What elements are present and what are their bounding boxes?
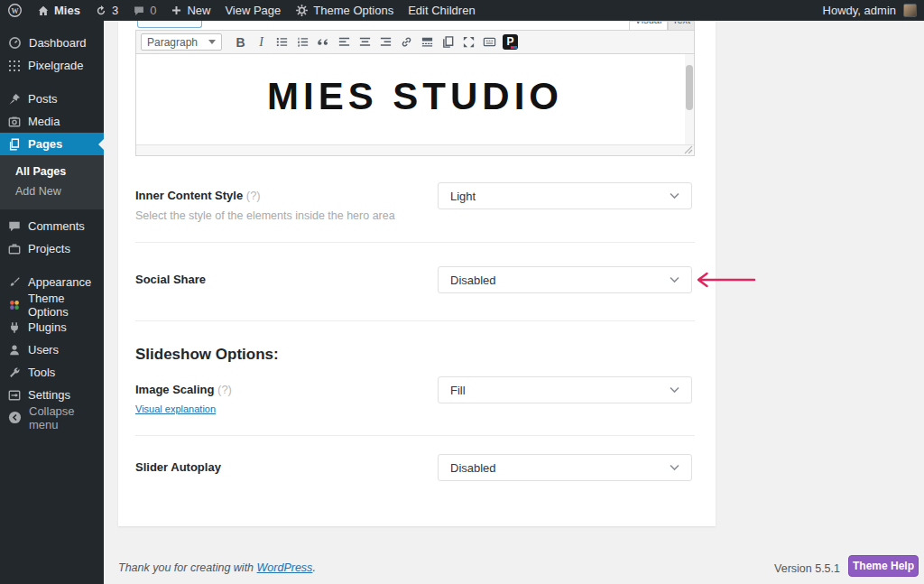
align-center-button[interactable] bbox=[356, 33, 374, 51]
annotation-arrow-icon bbox=[694, 271, 757, 289]
sidebar-item-dashboard[interactable]: Dashboard bbox=[0, 32, 104, 54]
avatar[interactable] bbox=[903, 4, 917, 17]
editor-scrollbar[interactable] bbox=[685, 54, 694, 144]
section-divider bbox=[135, 320, 695, 321]
plus-icon bbox=[171, 5, 182, 16]
italic-button[interactable]: I bbox=[252, 33, 271, 51]
sidebar-item-tools[interactable]: Tools bbox=[0, 361, 104, 384]
site-name-label: Mies bbox=[54, 4, 80, 17]
page-editor-panel: Visual Text Paragraph B I P MIES STUDIO bbox=[118, 21, 716, 526]
view-page-label: View Page bbox=[225, 4, 281, 17]
edit-children-menu[interactable]: Edit Children bbox=[401, 0, 482, 21]
chevron-down-icon bbox=[670, 464, 679, 471]
pages-submenu: All Pages Add New bbox=[0, 155, 104, 209]
wordpress-logo-icon: W bbox=[7, 3, 23, 18]
visual-explanation-link[interactable]: Visual explanation bbox=[135, 403, 216, 414]
pixelgrade-shortcodes-button[interactable]: P bbox=[501, 33, 520, 51]
brush-icon bbox=[8, 276, 21, 289]
section-divider bbox=[135, 242, 695, 243]
theme-options-menu[interactable]: Theme Options bbox=[288, 0, 401, 21]
tab-visual[interactable]: Visual bbox=[629, 21, 668, 30]
inner-content-style-description: Select the style of the elements inside … bbox=[135, 209, 395, 222]
insert-link-button[interactable] bbox=[397, 33, 416, 51]
wrench-icon bbox=[8, 366, 21, 379]
gear-icon bbox=[295, 4, 309, 17]
image-scaling-select[interactable]: Fill bbox=[438, 376, 692, 403]
svg-text:W: W bbox=[11, 7, 18, 15]
section-divider bbox=[135, 435, 695, 436]
theme-options-label: Theme Options bbox=[313, 4, 393, 17]
inner-content-style-label: Inner Content Style (?) bbox=[135, 189, 261, 202]
active-menu-notch bbox=[98, 139, 104, 150]
chevron-down-icon bbox=[670, 192, 679, 199]
sidebar-item-settings[interactable]: Settings bbox=[0, 384, 104, 406]
social-share-select[interactable]: Disabled bbox=[438, 266, 692, 293]
theme-help-button[interactable]: Theme Help bbox=[848, 555, 919, 577]
updates-icon bbox=[95, 5, 107, 17]
bullet-list-button[interactable] bbox=[273, 33, 291, 51]
footer-version: Version 5.5.1 bbox=[774, 562, 840, 575]
align-left-button[interactable] bbox=[335, 33, 354, 51]
updates-count: 3 bbox=[112, 4, 118, 17]
add-media-button-clipped[interactable] bbox=[137, 21, 202, 28]
howdy-account-menu[interactable]: Howdy, admin bbox=[816, 4, 898, 17]
numbered-list-button[interactable] bbox=[293, 33, 312, 51]
read-more-button[interactable] bbox=[418, 33, 437, 51]
fullscreen-button[interactable] bbox=[459, 33, 478, 51]
sidebar-item-posts[interactable]: Posts bbox=[0, 88, 104, 110]
read-more-icon bbox=[420, 35, 434, 49]
resize-handle-icon[interactable] bbox=[684, 145, 693, 154]
blockquote-button[interactable] bbox=[314, 33, 333, 51]
toolbar-toggle-button[interactable] bbox=[480, 33, 499, 51]
bullet-list-icon bbox=[275, 35, 289, 49]
bold-button[interactable]: B bbox=[231, 33, 250, 51]
align-right-icon bbox=[379, 35, 393, 49]
editor-content-area[interactable]: MIES STUDIO bbox=[136, 54, 694, 144]
sidebar-item-projects[interactable]: Projects bbox=[0, 237, 104, 260]
toolbar-toggle-icon bbox=[483, 35, 496, 49]
footer-thanks-text: Thank you for creating with WordPress. bbox=[118, 561, 316, 574]
chevron-down-icon bbox=[670, 276, 679, 283]
user-icon bbox=[8, 344, 21, 357]
sidebar-item-collapse-menu[interactable]: Collapse menu bbox=[0, 406, 104, 429]
submenu-item-all-pages[interactable]: All Pages bbox=[0, 162, 104, 181]
scrollbar-thumb[interactable] bbox=[686, 65, 693, 110]
sidebar-item-pixelgrade[interactable]: Pixelgrade bbox=[0, 54, 104, 77]
sidebar-item-appearance[interactable]: Appearance bbox=[0, 271, 104, 293]
comment-bubble-icon bbox=[133, 5, 145, 17]
slider-autoplay-label: Slider Autoplay bbox=[135, 460, 221, 474]
paragraph-format-dropdown[interactable]: Paragraph bbox=[141, 33, 222, 51]
edit-children-label: Edit Children bbox=[408, 4, 475, 17]
sidebar-item-comments[interactable]: Comments bbox=[0, 215, 104, 237]
comments-menu[interactable]: 0 bbox=[125, 0, 163, 21]
collapse-icon bbox=[8, 411, 22, 424]
wordpress-logo-menu[interactable]: W bbox=[0, 0, 30, 21]
sidebar-item-media[interactable]: Media bbox=[0, 110, 104, 133]
site-name-menu[interactable]: Mies bbox=[30, 0, 88, 21]
wordpress-link[interactable]: WordPress bbox=[257, 561, 313, 574]
sidebar-item-pages[interactable]: Pages bbox=[0, 133, 104, 155]
sidebar-item-theme-options[interactable]: Theme Options bbox=[0, 293, 104, 316]
view-page-menu[interactable]: View Page bbox=[217, 0, 288, 21]
sidebar-item-plugins[interactable]: Plugins bbox=[0, 316, 104, 338]
copy-page-icon bbox=[441, 35, 455, 49]
inner-content-style-select[interactable]: Light bbox=[438, 182, 692, 209]
help-icon[interactable]: (?) bbox=[246, 189, 261, 202]
pages-icon bbox=[8, 138, 21, 151]
image-scaling-label: Image Scaling (?) bbox=[135, 383, 232, 396]
dashboard-icon bbox=[8, 36, 22, 50]
submenu-item-add-new[interactable]: Add New bbox=[0, 181, 104, 201]
chevron-down-icon bbox=[670, 386, 679, 394]
sidebar-item-users[interactable]: Users bbox=[0, 338, 104, 361]
align-right-button[interactable] bbox=[376, 33, 395, 51]
fullscreen-icon bbox=[462, 35, 476, 49]
link-icon bbox=[400, 35, 413, 49]
copy-page-button[interactable] bbox=[439, 33, 457, 51]
pinwheel-icon bbox=[8, 299, 21, 311]
numbered-list-icon bbox=[296, 35, 310, 49]
slider-autoplay-select[interactable]: Disabled bbox=[438, 454, 692, 481]
tab-text[interactable]: Text bbox=[668, 21, 695, 30]
help-icon[interactable]: (?) bbox=[217, 383, 232, 396]
updates-menu[interactable]: 3 bbox=[88, 0, 125, 21]
new-content-menu[interactable]: New bbox=[163, 0, 217, 21]
